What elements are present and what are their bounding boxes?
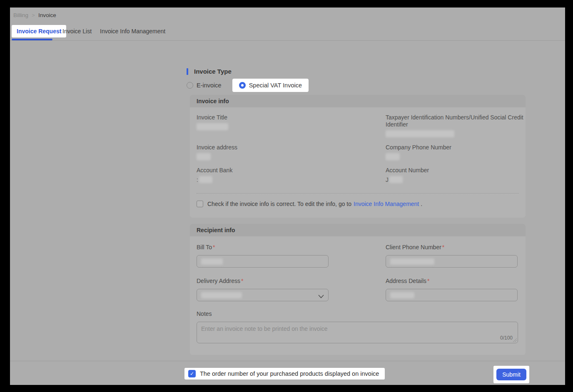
field-invoice-address: Invoice address	[197, 144, 386, 160]
invoice-info-panel-body: Invoice Title Taxpayer Identification Nu…	[190, 107, 526, 207]
annotation-highlight-order-checkbox: ✓ The order number of your purchased pro…	[184, 368, 385, 380]
confirm-text: Check if the invoice info is correct. To…	[207, 201, 351, 207]
tab-bar: Invoice Request Invoice List Invoice Inf…	[10, 23, 565, 41]
tab-invoice-request[interactable]: Invoice Request	[12, 25, 66, 37]
order-number-checkbox[interactable]: ✓	[188, 370, 196, 377]
notes-char-counter: 0/100	[500, 335, 513, 341]
field-notes: Notes Enter an invoice note to be printe…	[197, 310, 519, 343]
taxpayer-id-label: Taxpayer Identification Numbers/Unified …	[386, 114, 526, 128]
invoice-info-management-link[interactable]: Invoice Info Management	[354, 201, 419, 207]
breadcrumb-billing[interactable]: Billing	[13, 12, 28, 18]
account-number-redacted-value	[389, 176, 403, 183]
company-phone-label: Company Phone Number	[386, 144, 526, 151]
field-account-bank: Account Bank :	[197, 167, 386, 183]
taxpayer-id-redacted-value	[386, 130, 454, 137]
app-window: Billing > Invoice Invoice Request Invoic…	[10, 7, 565, 385]
panel-divider	[197, 193, 519, 194]
breadcrumb-invoice: Invoice	[38, 12, 56, 18]
client-phone-redacted-value	[390, 258, 434, 265]
delivery-address-select[interactable]	[197, 289, 329, 301]
invoice-type-title: Invoice Type	[194, 68, 232, 75]
account-number-visible-prefix: J	[386, 176, 389, 183]
footer-bar: ✓ The order number of your purchased pro…	[10, 361, 565, 385]
account-bank-label: Account Bank	[197, 167, 386, 174]
field-address-details: Address Details*	[386, 278, 526, 301]
tab-invoice-list[interactable]: Invoice List	[62, 25, 92, 37]
submit-button[interactable]: Submit	[496, 369, 526, 380]
account-bank-redacted-value	[199, 176, 212, 183]
radio-checked-icon[interactable]	[239, 82, 246, 89]
field-client-phone: Client Phone Number*	[386, 244, 526, 268]
tab-invoice-list-label: Invoice List	[62, 28, 92, 35]
address-details-redacted-value	[390, 292, 414, 298]
client-phone-label: Client Phone Number*	[386, 244, 526, 251]
notes-placeholder: Enter an invoice note to be printed on t…	[201, 325, 513, 332]
tab-invoice-info-management[interactable]: Invoice Info Management	[100, 25, 165, 37]
field-delivery-address: Delivery Address*	[197, 278, 386, 301]
section-accent-bar	[187, 68, 188, 75]
required-marker: *	[241, 278, 243, 284]
radio-e-invoice-label: E-invoice	[197, 82, 222, 89]
tab-invoice-request-label: Invoice Request	[17, 28, 61, 35]
invoice-type-header: Invoice Type	[187, 68, 232, 75]
recipient-info-panel-title: Recipient info	[190, 224, 526, 236]
required-marker: *	[427, 278, 429, 284]
delivery-address-label: Delivery Address*	[197, 278, 386, 285]
invoice-type-options: E-invoice Special VAT Invoice	[187, 78, 309, 92]
confirm-invoice-info-row: Check if the invoice info is correct. To…	[197, 201, 519, 207]
invoice-address-redacted-value	[197, 153, 211, 160]
recipient-info-panel-body: Bill To* Client Phone Number* Delivery A…	[190, 236, 526, 343]
resize-grip-icon[interactable]	[513, 338, 517, 342]
confirm-checkbox[interactable]	[197, 201, 203, 207]
radio-special-vat-invoice[interactable]: Special VAT Invoice	[239, 82, 302, 89]
invoice-info-panel-title: Invoice info	[190, 95, 526, 107]
delivery-address-redacted-value	[201, 292, 242, 298]
company-phone-redacted-value	[386, 153, 400, 160]
client-phone-input[interactable]	[386, 255, 518, 268]
no-data-text: No data	[346, 40, 375, 41]
field-invoice-title: Invoice Title	[197, 114, 386, 137]
invoice-title-label: Invoice Title	[197, 114, 386, 121]
required-marker: *	[442, 244, 444, 251]
invoice-title-redacted-value	[197, 123, 228, 130]
account-number-label: Account Number	[386, 167, 526, 174]
field-taxpayer-id: Taxpayer Identification Numbers/Unified …	[386, 114, 526, 137]
chevron-down-icon	[318, 293, 324, 300]
annotation-highlight-submit: Submit	[493, 366, 529, 383]
address-details-input[interactable]	[386, 289, 518, 301]
invoice-address-label: Invoice address	[197, 144, 386, 151]
field-bill-to: Bill To*	[197, 244, 386, 268]
required-marker: *	[213, 244, 215, 251]
address-details-label: Address Details*	[386, 278, 526, 285]
notes-label: Notes	[197, 310, 519, 318]
order-number-label: The order number of your purchased produ…	[200, 370, 379, 377]
radio-unchecked-icon[interactable]	[187, 82, 193, 89]
main-content: No data Invoice Type E-invoice Special V…	[10, 40, 565, 361]
radio-special-vat-label: Special VAT Invoice	[249, 82, 302, 89]
bill-to-label: Bill To*	[197, 244, 386, 251]
breadcrumb-separator: >	[32, 12, 35, 18]
tab-invoice-info-management-label: Invoice Info Management	[100, 28, 165, 35]
breadcrumb: Billing > Invoice	[10, 7, 565, 23]
account-bank-visible-prefix: :	[197, 176, 198, 183]
confirm-suffix: .	[421, 201, 422, 207]
notes-textarea[interactable]: Enter an invoice note to be printed on t…	[197, 322, 518, 343]
bill-to-input[interactable]	[197, 255, 329, 268]
recipient-info-panel: Recipient info Bill To* Client Phone Num…	[190, 224, 526, 355]
bill-to-redacted-value	[201, 258, 223, 265]
scrolled-empty-state: No data	[346, 40, 375, 42]
invoice-info-panel: Invoice info Invoice Title Taxpayer Iden…	[190, 95, 526, 218]
radio-e-invoice[interactable]: E-invoice	[187, 82, 222, 89]
field-company-phone: Company Phone Number	[386, 144, 526, 160]
field-account-number: Account Number J	[386, 167, 526, 183]
annotation-highlight-special-vat: Special VAT Invoice	[232, 79, 309, 92]
